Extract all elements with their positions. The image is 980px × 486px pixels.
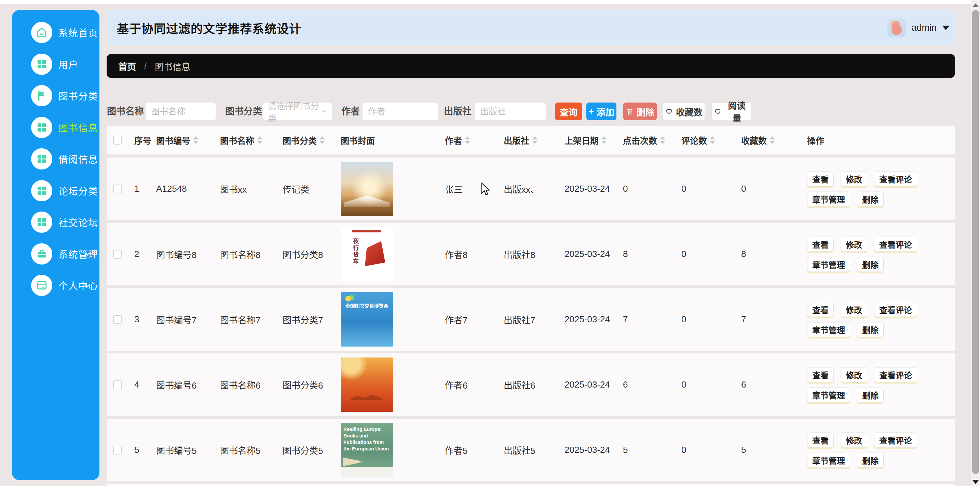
publisher-input[interactable]	[475, 102, 546, 120]
action-delete-button[interactable]: 删除	[857, 453, 884, 468]
action-view-button[interactable]: 查看	[807, 367, 834, 382]
scrollbar-down-arrow-icon[interactable]	[972, 480, 979, 484]
scrollbar[interactable]	[971, 0, 980, 486]
sort-icon[interactable]	[601, 136, 607, 144]
action-view-comments-button[interactable]: 查看评论	[874, 367, 917, 382]
cell-author: 张三	[445, 158, 463, 220]
avatar[interactable]	[888, 18, 906, 37]
sidebar-item-1[interactable]: 用户	[12, 49, 99, 80]
sort-icon[interactable]	[770, 136, 775, 144]
row-actions: 查看修改查看评论章节管理删除	[807, 302, 958, 337]
sidebar-item-5[interactable]: 论坛分类	[12, 175, 99, 206]
column-header[interactable]: 图书编号	[156, 126, 199, 155]
column-header[interactable]: 图书分类	[283, 126, 325, 155]
top-strip	[0, 0, 980, 4]
column-header[interactable]: 作者	[445, 126, 470, 155]
cell-name: 图书名称5	[220, 419, 260, 481]
cell-code: 图书编号6	[156, 354, 196, 416]
query-button[interactable]: 查询	[555, 102, 582, 120]
action-delete-button[interactable]: 删除	[857, 191, 884, 206]
grid-icon	[31, 54, 52, 75]
sidebar-item-3[interactable]: 图书信息	[12, 112, 99, 143]
column-header[interactable]: 上架日期	[565, 126, 607, 155]
sidebar-item-0[interactable]: 系统首页	[12, 17, 99, 48]
action-chapter-manage-button[interactable]: 章节管理	[807, 322, 850, 337]
scrollbar-thumb[interactable]	[972, 10, 979, 474]
grid-icon	[31, 117, 52, 138]
column-header[interactable]: 图书名称	[220, 126, 262, 155]
heart-icon	[714, 107, 722, 116]
action-delete-button[interactable]: 删除	[857, 257, 884, 272]
column-header[interactable]: 收藏数	[741, 126, 775, 155]
action-view-comments-button[interactable]: 查看评论	[874, 236, 917, 252]
sidebar-item-2[interactable]: 图书分类	[12, 80, 99, 112]
sidebar-item-7[interactable]: 系统管理	[12, 238, 99, 270]
sidebar-item-4[interactable]: 借阅信息	[12, 143, 99, 175]
reads-button[interactable]: 阅读量	[711, 102, 752, 120]
chevron-down-icon	[942, 25, 950, 30]
cell-publisher: 出版社5	[504, 419, 535, 481]
sidebar-item-label: 系统首页	[59, 25, 98, 39]
sort-icon[interactable]	[193, 136, 199, 144]
cell-favorites: 6	[741, 354, 746, 416]
cell-date: 2025-03-24	[565, 419, 610, 481]
add-button[interactable]: +添加	[586, 102, 616, 120]
row-checkbox[interactable]	[113, 381, 122, 389]
sort-icon[interactable]	[320, 136, 325, 144]
action-view-button[interactable]: 查看	[807, 302, 834, 317]
author-input[interactable]	[363, 102, 438, 120]
category-select[interactable]: 请选择图书分类	[263, 102, 332, 120]
action-chapter-manage-button[interactable]: 章节管理	[807, 387, 850, 402]
cell-code: 图书编号7	[156, 288, 196, 351]
sidebar-item-label: 用户	[59, 57, 78, 71]
action-edit-button[interactable]: 修改	[841, 302, 867, 317]
user-menu[interactable]: admin	[888, 10, 950, 45]
column-header[interactable]: 评论数	[681, 126, 715, 155]
sort-icon[interactable]	[532, 136, 538, 144]
column-header: 序号	[134, 126, 151, 155]
action-view-comments-button[interactable]: 查看评论	[874, 432, 917, 448]
row-checkbox[interactable]	[113, 185, 122, 193]
author-label: 作者	[341, 102, 360, 120]
cell-author: 作者7	[445, 288, 468, 351]
action-view-comments-button[interactable]: 查看评论	[874, 302, 917, 317]
action-view-button[interactable]: 查看	[807, 171, 834, 186]
action-view-button[interactable]: 查看	[807, 236, 834, 252]
scrollbar-up-arrow-icon[interactable]	[972, 3, 979, 7]
row-checkbox[interactable]	[113, 446, 122, 454]
chevron-down-icon	[83, 250, 91, 258]
breadcrumb-home[interactable]: 首页	[118, 60, 136, 72]
action-view-button[interactable]: 查看	[807, 432, 834, 448]
cell-category: 传记类	[283, 158, 309, 220]
column-header[interactable]: 点击次数	[623, 126, 665, 155]
column-header[interactable]: 出版社	[504, 126, 538, 155]
action-chapter-manage-button[interactable]: 章节管理	[807, 257, 850, 272]
cell-author: 作者8	[445, 223, 468, 285]
flag-icon	[31, 85, 52, 106]
sort-icon[interactable]	[660, 136, 665, 144]
sort-icon[interactable]	[710, 136, 715, 144]
action-edit-button[interactable]: 修改	[841, 367, 867, 382]
select-all-checkbox[interactable]	[113, 136, 122, 145]
delete-button[interactable]: 删除	[623, 102, 657, 120]
favorites-button[interactable]: 收藏数	[663, 102, 705, 120]
trash-icon	[626, 107, 634, 116]
action-edit-button[interactable]: 修改	[841, 236, 867, 252]
cell-index: 3	[134, 288, 139, 351]
action-chapter-manage-button[interactable]: 章节管理	[807, 191, 850, 206]
cell-category: 图书分类5	[283, 419, 323, 481]
action-delete-button[interactable]: 删除	[857, 322, 884, 337]
row-checkbox[interactable]	[113, 250, 122, 259]
sidebar-item-6[interactable]: 社交论坛	[12, 206, 99, 238]
action-edit-button[interactable]: 修改	[841, 432, 867, 448]
action-delete-button[interactable]: 删除	[857, 387, 884, 402]
row-checkbox[interactable]	[113, 315, 122, 324]
action-edit-button[interactable]: 修改	[841, 171, 867, 186]
sidebar-item-8[interactable]: 个人中心	[12, 270, 99, 301]
sort-icon[interactable]	[257, 136, 262, 144]
book-name-input[interactable]	[146, 102, 216, 120]
sort-icon[interactable]	[465, 136, 470, 144]
action-chapter-manage-button[interactable]: 章节管理	[807, 453, 850, 468]
action-view-comments-button[interactable]: 查看评论	[874, 171, 917, 186]
cell-publisher: 出版社6	[504, 354, 535, 416]
